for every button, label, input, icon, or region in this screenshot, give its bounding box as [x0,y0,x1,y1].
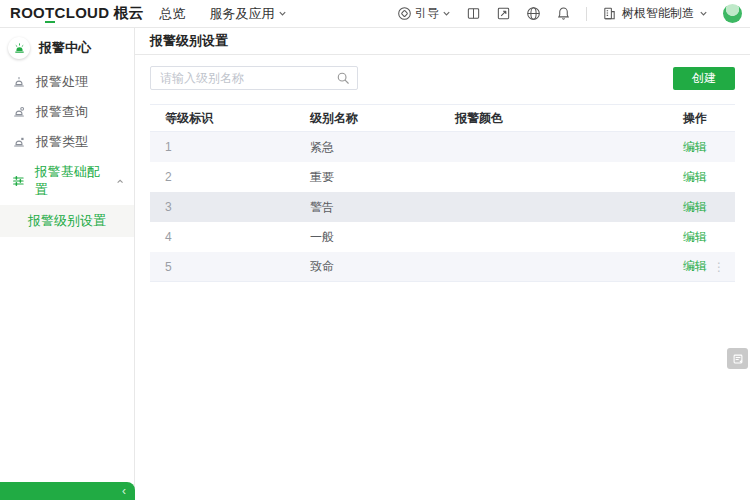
chevron-down-icon [442,9,451,18]
level-id: 3 [150,200,295,214]
header-level-name: 级别名称 [295,110,440,127]
sidebar-item-alarm-base-config[interactable]: 报警基础配置 [0,157,134,205]
sidebar-item-label: 报警处理 [36,73,88,91]
alarm-level-table: 等级标识 级别名称 报警颜色 操作 1 紧急 编辑 2 重要 编辑 [150,104,735,282]
app-window-icon[interactable] [496,6,511,21]
feedback-float-button[interactable] [727,348,748,369]
edit-button[interactable]: 编辑 [683,170,707,184]
sliders-icon [12,174,25,188]
level-id: 4 [150,230,295,244]
alarm-siren-icon [8,37,30,59]
table-row[interactable]: 1 紧急 编辑 [150,132,735,162]
sidebar-header-alarm-center[interactable]: 报警中心 [0,28,134,67]
edit-button[interactable]: 编辑 [683,140,707,154]
sidebar-subitem-alarm-level-settings[interactable]: 报警级别设置 [0,205,134,237]
table-header-row: 等级标识 级别名称 报警颜色 操作 [150,105,735,132]
avatar[interactable] [723,4,742,23]
level-name: 警告 [295,199,440,216]
edit-button[interactable]: 编辑 [683,259,707,273]
level-id: 2 [150,170,295,184]
top-nav: 总览 服务及应用 [159,5,287,23]
nav-services[interactable]: 服务及应用 [209,5,287,23]
sidebar-collapse-button[interactable]: ‹ [0,482,135,500]
sidebar-item-label: 报警查询 [36,103,88,121]
feedback-document-icon [732,353,744,365]
search-icon[interactable] [336,71,350,85]
level-name: 重要 [295,169,440,186]
collapse-chevron-icon: ‹ [122,485,126,497]
alarm-search-icon [12,105,26,119]
sidebar: 报警中心 报警处理 报警查询 报警类型 报警基础配置 报警级别设置 ‹ [0,28,135,500]
sidebar-item-alarm-query[interactable]: 报警查询 [0,97,134,127]
level-name: 紧急 [295,139,440,156]
table-row[interactable]: 5 致命 编辑 ⋮ [150,252,735,282]
table-body: 1 紧急 编辑 2 重要 编辑 3 警告 编辑 [150,132,735,282]
level-name: 致命 [295,258,440,275]
table-row[interactable]: 4 一般 编辑 [150,222,735,252]
toolbar: 创建 [135,55,750,90]
logo-text: ROOTCLOUD [10,4,109,21]
table-row[interactable]: 3 警告 编辑 [150,192,735,222]
topbar: ROOTCLOUD 根云 总览 服务及应用 引导 树根智能制造 [0,0,750,28]
more-options-icon[interactable]: ⋮ [713,260,725,274]
search-box [150,66,358,90]
sidebar-header-label: 报警中心 [39,39,91,57]
chevron-down-icon [699,9,708,18]
tenant-menu[interactable]: 树根智能制造 [602,5,708,22]
organization-icon [602,6,617,21]
guide-menu[interactable]: 引导 [397,5,451,22]
table-row[interactable]: 2 重要 编辑 [150,162,735,192]
level-id: 5 [150,260,295,274]
level-id: 1 [150,140,295,154]
sidebar-item-alarm-type[interactable]: 报警类型 [0,127,134,157]
logo[interactable]: ROOTCLOUD 根云 [10,4,143,23]
alarm-type-icon [12,135,26,149]
tenant-label: 树根智能制造 [622,5,694,22]
main-content: 报警级别设置 创建 等级标识 级别名称 报警颜色 操作 1 紧急 编辑 [135,28,750,500]
level-name: 一般 [295,229,440,246]
logo-cn: 根云 [113,4,143,23]
sidebar-item-label: 报警类型 [36,133,88,151]
header-alarm-color: 报警颜色 [440,110,639,127]
header-level-id: 等级标识 [150,110,295,127]
chevron-up-icon [116,177,124,186]
globe-icon[interactable] [526,6,541,21]
guide-label: 引导 [415,5,439,22]
topbar-right: 引导 树根智能制造 [397,4,742,23]
create-button[interactable]: 创建 [673,67,735,90]
sidebar-item-label: 报警基础配置 [35,163,106,199]
page-titlebar: 报警级别设置 [135,28,750,55]
alarm-icon [12,75,26,89]
topbar-divider [586,7,587,21]
chevron-down-icon [278,9,287,18]
edit-button[interactable]: 编辑 [683,230,707,244]
split-view-icon[interactable] [466,6,481,21]
page-title: 报警级别设置 [150,32,228,50]
bell-icon[interactable] [556,6,571,21]
sidebar-item-alarm-handling[interactable]: 报警处理 [0,67,134,97]
edit-button[interactable]: 编辑 [683,200,707,214]
search-input[interactable] [150,66,358,90]
guide-icon [397,6,412,21]
nav-overview[interactable]: 总览 [159,5,185,23]
nav-services-label: 服务及应用 [209,5,274,23]
header-actions: 操作 [639,110,735,127]
